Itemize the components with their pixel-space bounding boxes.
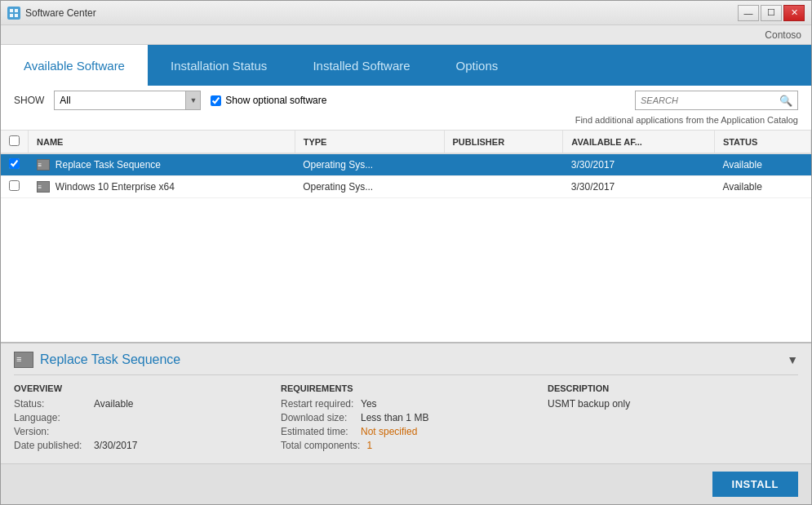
tab-installed-software[interactable]: Installed Software xyxy=(290,45,433,86)
requirements-header: REQUIREMENTS xyxy=(281,383,531,393)
req-download-key: Download size: xyxy=(281,412,354,423)
req-restart-key: Restart required: xyxy=(281,398,354,410)
req-time-row: Estimated time: Not specified xyxy=(281,426,531,437)
tab-available-software[interactable]: Available Software xyxy=(1,45,148,86)
req-download-row: Download size: Less than 1 MB xyxy=(281,412,531,423)
col-status[interactable]: STATUS xyxy=(714,131,810,153)
row-checkbox[interactable] xyxy=(9,180,20,191)
row-publisher xyxy=(444,153,563,176)
svg-rect-2 xyxy=(10,14,13,17)
search-icon: 🔍 xyxy=(779,95,792,107)
description-text-row: USMT backup only xyxy=(548,398,798,410)
detail-columns: OVERVIEW Status: Available Language: Ver… xyxy=(14,383,798,454)
close-button[interactable]: ✕ xyxy=(783,5,805,21)
install-button[interactable]: INSTALL xyxy=(712,472,798,497)
svg-rect-1 xyxy=(15,9,18,12)
main-window: Software Center — ☐ ✕ Contoso Available … xyxy=(0,0,812,505)
requirements-col: REQUIREMENTS Restart required: Yes Downl… xyxy=(281,383,531,454)
col-checkbox xyxy=(1,131,29,153)
select-all-checkbox[interactable] xyxy=(9,135,20,146)
col-available[interactable]: AVAILABLE AF... xyxy=(563,131,715,153)
overview-status-row: Status: Available xyxy=(14,398,264,410)
detail-panel: Replace Task Sequence ▼ OVERVIEW Status:… xyxy=(1,342,811,463)
row-type: Operating Sys... xyxy=(295,176,444,198)
catalog-link[interactable]: Find additional applications from the Ap… xyxy=(575,115,798,125)
table-row[interactable]: Replace Task Sequence Operating Sys... 3… xyxy=(1,153,811,176)
dropdown-arrow-icon: ▼ xyxy=(185,91,200,109)
item-type-icon xyxy=(37,181,50,193)
detail-title: Replace Task Sequence xyxy=(40,352,180,367)
row-status: Available xyxy=(714,176,810,198)
col-publisher[interactable]: PUBLISHER xyxy=(444,131,563,153)
toolbar-top: SHOW All ▼ Show optional software 🔍 xyxy=(1,86,811,115)
row-checkbox-cell[interactable] xyxy=(1,153,29,176)
req-download-val: Less than 1 MB xyxy=(361,412,428,423)
req-components-row: Total components: 1 xyxy=(281,440,531,451)
titlebar: Software Center — ☐ ✕ xyxy=(1,1,811,25)
row-name: Windows 10 Enterprise x64 xyxy=(29,176,295,198)
tab-options[interactable]: Options xyxy=(433,45,521,86)
row-status: Available xyxy=(714,153,810,176)
table-row[interactable]: Windows 10 Enterprise x64 Operating Sys.… xyxy=(1,176,811,198)
req-components-val: 1 xyxy=(366,440,372,451)
row-publisher xyxy=(444,176,563,198)
overview-date-key: Date published: xyxy=(14,440,87,451)
detail-item-icon xyxy=(14,352,33,368)
req-components-key: Total components: xyxy=(281,440,360,451)
overview-status-key: Status: xyxy=(14,398,87,410)
optional-software-checkbox[interactable] xyxy=(211,95,221,106)
row-type: Operating Sys... xyxy=(295,153,444,176)
optional-software-checkbox-label[interactable]: Show optional software xyxy=(211,95,326,106)
item-type-icon xyxy=(37,159,50,171)
show-dropdown[interactable]: All ▼ xyxy=(54,91,201,110)
show-value: All xyxy=(60,95,185,106)
overview-language-key: Language: xyxy=(14,412,87,423)
bottom-bar: INSTALL xyxy=(1,463,811,504)
search-box[interactable]: 🔍 xyxy=(635,91,798,110)
toolbar-row: SHOW All ▼ Show optional software 🔍 Find… xyxy=(1,86,811,131)
software-table-container: NAME TYPE PUBLISHER AVAILABLE AF... STAT… xyxy=(1,131,811,342)
req-time-val: Not specified xyxy=(361,426,417,437)
col-type[interactable]: TYPE xyxy=(295,131,444,153)
row-available: 3/30/2017 xyxy=(563,176,715,198)
overview-version-row: Version: xyxy=(14,426,264,437)
description-col: DESCRIPTION USMT backup only xyxy=(548,383,798,454)
row-available: 3/30/2017 xyxy=(563,153,715,176)
table-body: Replace Task Sequence Operating Sys... 3… xyxy=(1,153,811,198)
row-name: Replace Task Sequence xyxy=(29,153,295,176)
description-header: DESCRIPTION xyxy=(548,383,798,393)
overview-status-val: Available xyxy=(94,398,133,410)
search-input[interactable] xyxy=(641,95,779,105)
nav-tabs: Available Software Installation Status I… xyxy=(1,45,811,86)
col-name[interactable]: NAME xyxy=(29,131,295,153)
software-table: NAME TYPE PUBLISHER AVAILABLE AF... STAT… xyxy=(1,131,811,198)
catalog-row: Find additional applications from the Ap… xyxy=(1,115,811,130)
overview-language-row: Language: xyxy=(14,412,264,423)
company-bar: Contoso xyxy=(1,25,811,45)
tab-installation-status[interactable]: Installation Status xyxy=(148,45,290,86)
description-text: USMT backup only xyxy=(548,398,630,410)
overview-version-key: Version: xyxy=(14,426,87,437)
detail-header: Replace Task Sequence ▼ xyxy=(14,352,798,375)
svg-rect-3 xyxy=(15,14,18,17)
show-label: SHOW xyxy=(14,95,44,106)
window-title: Software Center xyxy=(25,7,738,19)
main-content: SHOW All ▼ Show optional software 🔍 Find… xyxy=(1,86,811,463)
req-restart-val: Yes xyxy=(361,398,377,410)
maximize-button[interactable]: ☐ xyxy=(761,5,782,21)
collapse-icon[interactable]: ▼ xyxy=(787,353,798,366)
svg-rect-0 xyxy=(10,9,13,12)
company-name: Contoso xyxy=(765,29,801,41)
req-time-key: Estimated time: xyxy=(281,426,354,437)
minimize-button[interactable]: — xyxy=(738,5,759,21)
row-checkbox-cell[interactable] xyxy=(1,176,29,198)
overview-header: OVERVIEW xyxy=(14,383,264,393)
app-icon xyxy=(7,7,20,20)
window-controls: — ☐ ✕ xyxy=(738,5,805,21)
overview-col: OVERVIEW Status: Available Language: Ver… xyxy=(14,383,264,454)
row-checkbox[interactable] xyxy=(9,158,20,169)
req-restart-row: Restart required: Yes xyxy=(281,398,531,410)
overview-date-val: 3/30/2017 xyxy=(94,440,137,451)
table-header: NAME TYPE PUBLISHER AVAILABLE AF... STAT… xyxy=(1,131,811,153)
overview-date-row: Date published: 3/30/2017 xyxy=(14,440,264,451)
